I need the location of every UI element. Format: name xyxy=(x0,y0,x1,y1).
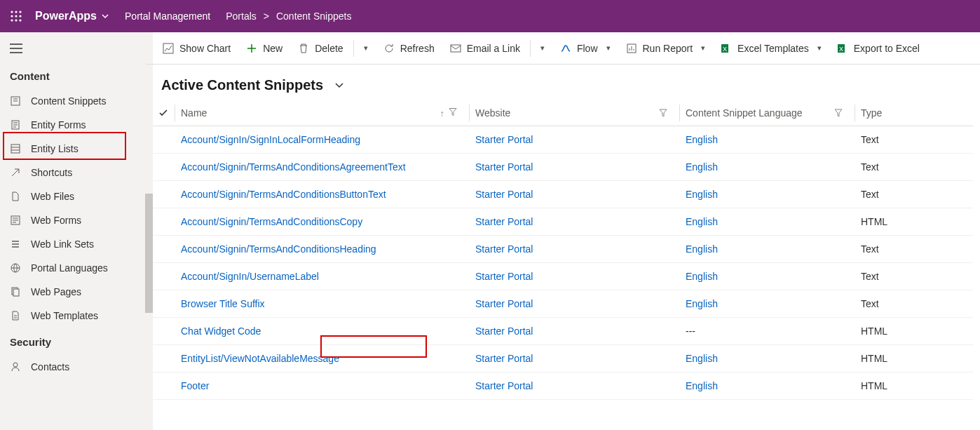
column-header-type[interactable]: Type xyxy=(855,100,973,126)
record-link[interactable]: Account/Signin/TermsAndConditionsAgreeme… xyxy=(181,161,406,173)
column-header-website[interactable]: Website xyxy=(470,100,680,126)
cell-select[interactable] xyxy=(153,318,175,345)
table-row[interactable]: Browser Title SuffixStarter PortalEnglis… xyxy=(153,290,973,318)
cell-select[interactable] xyxy=(153,263,175,290)
excel-templates-button[interactable]: X Excel Templates ▾ xyxy=(714,39,829,58)
website-link[interactable]: Starter Portal xyxy=(475,134,533,145)
language-link[interactable]: English xyxy=(686,134,718,145)
sidebar-item-entity-lists[interactable]: Entity Lists xyxy=(0,137,145,161)
table-row[interactable]: FooterStarter PortalEnglishHTML xyxy=(153,372,973,400)
language-link[interactable]: English xyxy=(686,243,718,255)
table-row[interactable]: Account/Signin/TermsAndConditionsAgreeme… xyxy=(153,154,973,181)
cell-language: English xyxy=(680,372,855,400)
column-select-all[interactable] xyxy=(153,100,175,126)
show-chart-button[interactable]: Show Chart xyxy=(156,39,238,58)
column-header-language[interactable]: Content Snippet Language xyxy=(680,100,855,126)
table-row[interactable]: Account/SignIn/SignInLocalFormHeadingSta… xyxy=(153,126,973,154)
refresh-button[interactable]: Refresh xyxy=(376,39,442,58)
checkmark-icon xyxy=(158,108,168,118)
breadcrumb-item[interactable]: Content Snippets xyxy=(276,11,351,22)
waffle-icon xyxy=(11,11,22,22)
column-header-name[interactable]: Name ↑ xyxy=(175,100,470,126)
new-button[interactable]: New xyxy=(239,39,290,58)
record-link[interactable]: Account/Signin/TermsAndConditionsButtonT… xyxy=(181,189,386,200)
cell-select[interactable] xyxy=(153,290,175,318)
website-link[interactable]: Starter Portal xyxy=(475,271,533,282)
delete-split-button[interactable]: ▾ xyxy=(357,39,375,57)
language-link[interactable]: English xyxy=(686,271,718,282)
cell-select[interactable] xyxy=(153,372,175,400)
delete-button[interactable]: Delete xyxy=(291,39,350,58)
language-link[interactable]: English xyxy=(686,298,718,309)
record-link[interactable]: EntityList/ViewNotAvailableMessage xyxy=(181,353,339,364)
record-link[interactable]: Account/SignIn/SignInLocalFormHeading xyxy=(181,134,360,145)
brand-name[interactable]: PowerApps xyxy=(35,10,97,22)
record-link[interactable]: Browser Title Suffix xyxy=(181,298,265,309)
sidebar-item-web-files[interactable]: Web Files xyxy=(0,184,145,208)
email-link-button[interactable]: Email a Link xyxy=(443,39,527,58)
contact-icon xyxy=(10,361,22,372)
sidebar-item-label: Portal Languages xyxy=(31,262,108,274)
record-link[interactable]: Account/Signin/TermsAndConditionsHeading xyxy=(181,243,376,255)
sort-asc-icon[interactable]: ↑ xyxy=(440,108,445,119)
cell-select[interactable] xyxy=(153,208,175,236)
website-link[interactable]: Starter Portal xyxy=(475,189,533,200)
view-selector-button[interactable] xyxy=(334,81,344,90)
sidebar-item-web-forms[interactable]: Web Forms xyxy=(0,208,145,232)
filter-icon[interactable] xyxy=(834,109,843,117)
language-link[interactable]: English xyxy=(686,161,718,173)
cell-language: English xyxy=(680,126,855,154)
cell-type: Text xyxy=(855,126,973,154)
sidebar-item-contacts[interactable]: Contacts xyxy=(0,355,145,379)
cell-select[interactable] xyxy=(153,154,175,181)
website-link[interactable]: Starter Portal xyxy=(475,243,533,255)
run-report-button[interactable]: Run Report ▾ xyxy=(619,39,713,58)
run-report-label: Run Report xyxy=(643,43,693,54)
breadcrumb-item[interactable]: Portals xyxy=(226,11,257,22)
language-link[interactable]: English xyxy=(686,189,718,200)
sidebar-item-entity-forms[interactable]: Entity Forms xyxy=(0,113,145,137)
table-row[interactable]: Chat Widget CodeStarter Portal---HTML xyxy=(153,318,973,345)
cell-type: HTML xyxy=(855,208,973,236)
record-link[interactable]: Chat Widget Code xyxy=(181,325,261,337)
brand-chevron-icon[interactable] xyxy=(101,12,109,20)
sidebar-item-label: Contacts xyxy=(31,361,69,372)
sidebar-toggle-button[interactable] xyxy=(0,35,145,62)
website-link[interactable]: Starter Portal xyxy=(475,298,533,309)
excel-templates-icon: X xyxy=(721,43,732,54)
language-link[interactable]: English xyxy=(686,353,718,364)
flow-button[interactable]: Flow ▾ xyxy=(553,39,618,58)
filter-icon[interactable] xyxy=(659,109,667,117)
website-link[interactable]: Starter Portal xyxy=(475,353,533,364)
table-row[interactable]: EntityList/ViewNotAvailableMessageStarte… xyxy=(153,345,973,372)
cell-website: Starter Portal xyxy=(470,372,680,400)
cell-select[interactable] xyxy=(153,126,175,154)
environment-name[interactable]: Portal Management xyxy=(125,11,210,22)
sidebar-item-web-templates[interactable]: Web Templates xyxy=(0,304,145,328)
cell-select[interactable] xyxy=(153,345,175,372)
table-row[interactable]: Account/Signin/TermsAndConditionsHeading… xyxy=(153,236,973,263)
app-launcher-button[interactable] xyxy=(6,6,27,27)
sidebar-item-content-snippets[interactable]: Content Snippets xyxy=(0,89,145,113)
website-link[interactable]: Starter Portal xyxy=(475,161,533,173)
website-link[interactable]: Starter Portal xyxy=(475,380,533,391)
email-link-split-button[interactable]: ▾ xyxy=(533,39,552,57)
language-link[interactable]: English xyxy=(686,380,718,391)
table-row[interactable]: Account/Signin/TermsAndConditionsCopySta… xyxy=(153,208,973,236)
language-link[interactable]: English xyxy=(686,216,718,227)
sidebar-item-web-link-sets[interactable]: Web Link Sets xyxy=(0,232,145,256)
record-link[interactable]: Footer xyxy=(181,380,209,391)
table-row[interactable]: Account/SignIn/UsernameLabelStarter Port… xyxy=(153,263,973,290)
record-link[interactable]: Account/SignIn/UsernameLabel xyxy=(181,271,319,282)
filter-icon[interactable] xyxy=(449,108,457,119)
cell-select[interactable] xyxy=(153,236,175,263)
sidebar-item-web-pages[interactable]: Web Pages xyxy=(0,280,145,304)
website-link[interactable]: Starter Portal xyxy=(475,325,533,337)
sidebar-item-shortcuts[interactable]: Shortcuts xyxy=(0,161,145,184)
sidebar-item-portal-languages[interactable]: Portal Languages xyxy=(0,256,145,280)
export-excel-button[interactable]: X Export to Excel xyxy=(830,39,927,58)
table-row[interactable]: Account/Signin/TermsAndConditionsButtonT… xyxy=(153,181,973,208)
website-link[interactable]: Starter Portal xyxy=(475,216,533,227)
cell-select[interactable] xyxy=(153,181,175,208)
record-link[interactable]: Account/Signin/TermsAndConditionsCopy xyxy=(181,216,362,227)
